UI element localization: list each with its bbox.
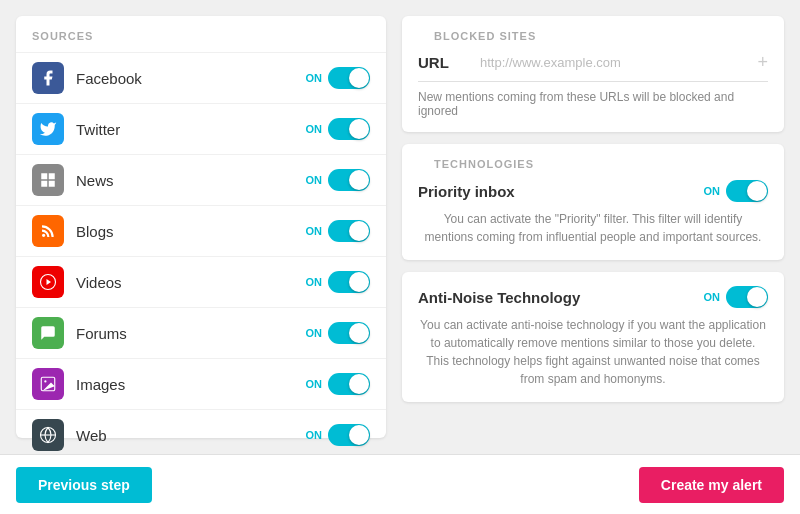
- toggle-label-forums: ON: [306, 327, 323, 339]
- toggle-switch-images[interactable]: [328, 373, 370, 395]
- forums-icon: [32, 317, 64, 349]
- toggle-switch-blogs[interactable]: [328, 220, 370, 242]
- toggle-label-blogs: ON: [306, 225, 323, 237]
- toggle-news[interactable]: ON: [306, 169, 371, 191]
- toggle-label-news: ON: [306, 174, 323, 186]
- toggle-label-antinoise: ON: [704, 291, 721, 303]
- source-item-blogs: Blogs ON: [16, 205, 386, 256]
- blogs-icon: [32, 215, 64, 247]
- toggle-switch-antinoise[interactable]: [726, 286, 768, 308]
- anti-noise-card: Anti-Noise Technology ON You can activat…: [402, 272, 784, 402]
- source-label-facebook: Facebook: [76, 70, 306, 87]
- svg-marker-5: [47, 279, 52, 285]
- source-label-web: Web: [76, 427, 306, 444]
- sources-title: SOURCES: [16, 30, 386, 52]
- svg-point-7: [44, 380, 46, 382]
- toggle-switch-facebook[interactable]: [328, 67, 370, 89]
- source-label-blogs: Blogs: [76, 223, 306, 240]
- priority-description: You can activate the "Priority" filter. …: [418, 210, 768, 246]
- toggle-switch-forums[interactable]: [328, 322, 370, 344]
- blocked-sites-hint: New mentions coming from these URLs will…: [418, 90, 768, 118]
- toggle-label-web: ON: [306, 429, 323, 441]
- source-item-twitter: Twitter ON: [16, 103, 386, 154]
- toggle-facebook[interactable]: ON: [306, 67, 371, 89]
- source-label-images: Images: [76, 376, 306, 393]
- toggle-switch-twitter[interactable]: [328, 118, 370, 140]
- source-item-news: News ON: [16, 154, 386, 205]
- toggle-web[interactable]: ON: [306, 424, 371, 446]
- tech-row-antinoise: Anti-Noise Technology ON: [418, 286, 768, 308]
- toggle-blogs[interactable]: ON: [306, 220, 371, 242]
- toggle-switch-priority[interactable]: [726, 180, 768, 202]
- source-label-videos: Videos: [76, 274, 306, 291]
- toggle-switch-videos[interactable]: [328, 271, 370, 293]
- source-label-forums: Forums: [76, 325, 306, 342]
- web-icon: [32, 419, 64, 451]
- toggle-videos[interactable]: ON: [306, 271, 371, 293]
- antinoise-description: You can activate anti-noise technology i…: [418, 316, 768, 388]
- toggle-forums[interactable]: ON: [306, 322, 371, 344]
- footer: Previous step Create my alert: [0, 454, 800, 514]
- technologies-title: TECHNOLOGIES: [418, 158, 768, 180]
- toggle-label-facebook: ON: [306, 72, 323, 84]
- toggle-antinoise[interactable]: ON: [704, 286, 769, 308]
- toggle-label-priority: ON: [704, 185, 721, 197]
- right-panel: BLOCKED SITES URL http://www.example.com…: [402, 16, 784, 438]
- twitter-icon: [32, 113, 64, 145]
- source-item-forums: Forums ON: [16, 307, 386, 358]
- source-item-videos: Videos ON: [16, 256, 386, 307]
- antinoise-label: Anti-Noise Technology: [418, 289, 704, 306]
- toggle-label-images: ON: [306, 378, 323, 390]
- toggle-label-videos: ON: [306, 276, 323, 288]
- url-placeholder: http://www.example.com: [468, 55, 757, 70]
- source-item-images: Images ON: [16, 358, 386, 409]
- sources-panel: SOURCES Facebook ON Twitter ON: [16, 16, 386, 438]
- url-add-icon[interactable]: +: [757, 52, 768, 73]
- toggle-twitter[interactable]: ON: [306, 118, 371, 140]
- tech-row-priority: Priority inbox ON: [418, 180, 768, 202]
- source-item-web: Web ON: [16, 409, 386, 454]
- url-row: URL http://www.example.com +: [418, 52, 768, 82]
- create-alert-button[interactable]: Create my alert: [639, 467, 784, 503]
- svg-rect-1: [49, 173, 55, 179]
- toggle-images[interactable]: ON: [306, 373, 371, 395]
- toggle-priority[interactable]: ON: [704, 180, 769, 202]
- news-icon: [32, 164, 64, 196]
- blocked-sites-title: BLOCKED SITES: [418, 30, 768, 52]
- url-label: URL: [418, 54, 468, 71]
- source-label-twitter: Twitter: [76, 121, 306, 138]
- toggle-switch-web[interactable]: [328, 424, 370, 446]
- svg-rect-0: [41, 173, 47, 179]
- svg-rect-2: [41, 181, 47, 187]
- priority-label: Priority inbox: [418, 183, 704, 200]
- prev-step-button[interactable]: Previous step: [16, 467, 152, 503]
- videos-icon: [32, 266, 64, 298]
- source-item-facebook: Facebook ON: [16, 52, 386, 103]
- source-label-news: News: [76, 172, 306, 189]
- technologies-card: TECHNOLOGIES Priority inbox ON You can a…: [402, 144, 784, 260]
- blocked-sites-card: BLOCKED SITES URL http://www.example.com…: [402, 16, 784, 132]
- facebook-icon: [32, 62, 64, 94]
- svg-rect-3: [49, 181, 55, 187]
- toggle-switch-news[interactable]: [328, 169, 370, 191]
- toggle-label-twitter: ON: [306, 123, 323, 135]
- images-icon: [32, 368, 64, 400]
